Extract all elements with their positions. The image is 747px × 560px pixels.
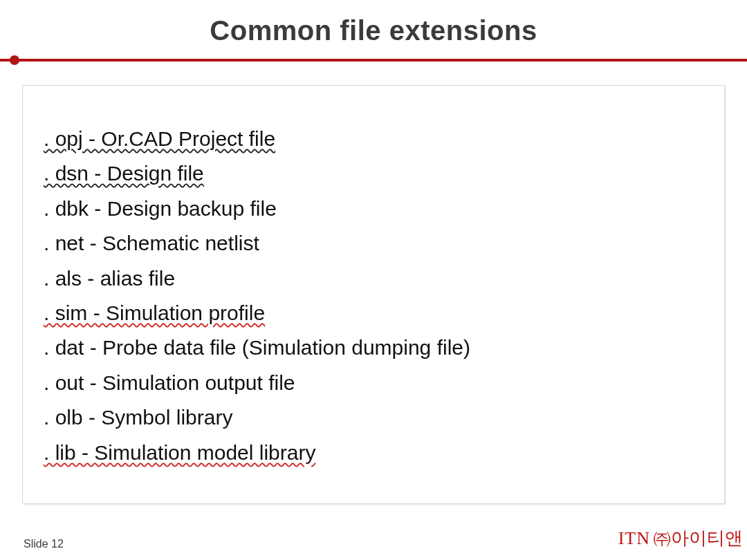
brand-kr: ㈜아이티앤	[653, 528, 743, 548]
brand-label: ITN㈜아이티앤	[618, 526, 743, 550]
slide-footer: Slide 12 ITN㈜아이티앤	[0, 526, 747, 550]
list-item: . als - alias file	[44, 261, 703, 296]
ext-opj: . opj - Or.CAD Project file	[44, 127, 275, 150]
ext-net: . net - Schematic netlist	[44, 232, 259, 254]
divider-line	[0, 59, 747, 62]
divider-dot-icon	[10, 55, 19, 65]
list-item: . sim - Simulation profile	[44, 296, 703, 330]
ext-dsn: . dsn - Design file	[44, 162, 204, 185]
ext-olb: . olb - Symbol library	[44, 406, 232, 429]
slide-title: Common file extensions	[0, 0, 747, 56]
list-item: . net - Schematic netlist	[44, 226, 703, 261]
list-item: . opj - Or.CAD Project file	[44, 122, 703, 156]
ext-dbk: . dbk - Design backup file	[44, 197, 277, 220]
list-item: . out - Simulation output file	[44, 366, 703, 400]
ext-als: . als - alias file	[44, 267, 175, 290]
list-item: . lib - Simulation model library	[44, 436, 703, 470]
brand-itn: ITN	[618, 528, 650, 548]
list-item: . dat - Probe data file (Simulation dump…	[44, 330, 703, 365]
list-item: . dbk - Design backup file	[44, 192, 703, 226]
ext-lib: . lib - Simulation model library	[44, 441, 315, 464]
ext-sim: . sim - Simulation profile	[44, 301, 265, 324]
slide-number: Slide 12	[24, 538, 64, 550]
content-panel: . opj - Or.CAD Project file . dsn - Desi…	[22, 85, 725, 504]
ext-out: . out - Simulation output file	[44, 371, 295, 394]
title-divider	[0, 56, 747, 66]
list-item: . olb - Symbol library	[44, 400, 703, 435]
list-item: . dsn - Design file	[44, 156, 703, 191]
ext-dat: . dat - Probe data file (Simulation dump…	[44, 336, 470, 359]
